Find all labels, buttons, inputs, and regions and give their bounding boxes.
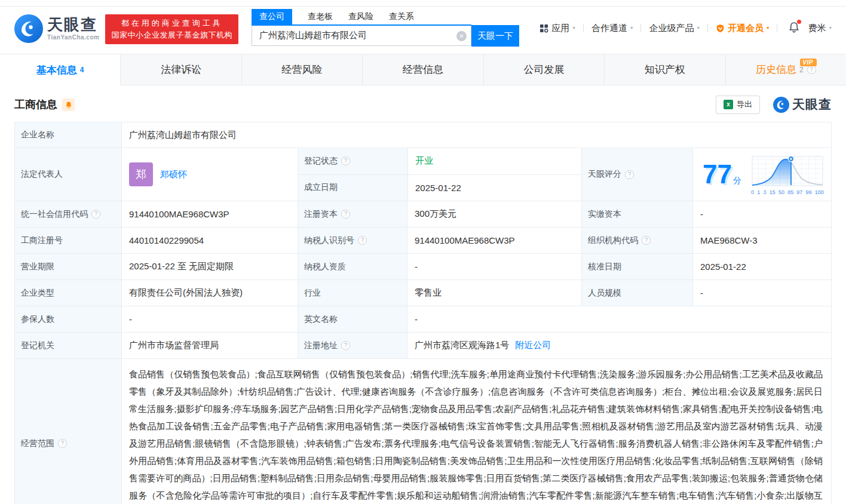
help-icon[interactable]: ? bbox=[341, 210, 350, 219]
table-row: 成立日期 2025-01-22 bbox=[298, 174, 581, 201]
brand-title: 天眼查 bbox=[792, 96, 832, 113]
search-tab-boss[interactable]: 查老板 bbox=[308, 9, 333, 24]
caret-down-icon: ▾ bbox=[630, 26, 633, 30]
org-code-label: 组织机构代码 bbox=[588, 235, 638, 246]
monitor-bell-button[interactable] bbox=[62, 99, 75, 111]
caret-down-icon: ▾ bbox=[767, 26, 770, 30]
help-icon[interactable]: ? bbox=[91, 210, 100, 219]
nav-enterprise-label: 企业级产品 bbox=[649, 23, 694, 34]
nav-enterprise[interactable]: 企业级产品 ▾ bbox=[649, 23, 700, 34]
company-type-label: 企业类型 bbox=[15, 280, 121, 306]
banner-line2: 国家中小企业发展子基金旗下机构 bbox=[111, 29, 232, 41]
nav-user[interactable]: 费米 ▾ bbox=[808, 23, 832, 34]
credit-code-label: 统一社会信用代码 bbox=[21, 209, 88, 220]
app-grid-icon bbox=[540, 24, 548, 33]
tab-basic-count: 4 bbox=[80, 66, 84, 74]
help-icon[interactable]: ? bbox=[358, 236, 367, 245]
paid-capital-label: 实缴资本 bbox=[581, 201, 692, 227]
reg-capital-value: 300万美元 bbox=[407, 201, 581, 227]
watermark-brand: 天眼查 bbox=[773, 96, 832, 113]
legal-rep-label: 法定代表人 bbox=[15, 148, 121, 201]
excel-icon: x bbox=[724, 100, 733, 109]
help-icon[interactable]: ? bbox=[807, 65, 816, 74]
help-icon[interactable]: ? bbox=[341, 156, 350, 165]
caret-down-icon: ▾ bbox=[829, 26, 832, 30]
org-code-value: MAE968CW-3 bbox=[692, 228, 831, 253]
legal-rep-name-link[interactable]: 郑硕怀 bbox=[160, 169, 187, 180]
notifications-bell[interactable] bbox=[789, 21, 799, 35]
table-row: 营业期限 2025-01-22 至 无固定期限 纳税人资质 - 核准日期 202… bbox=[15, 254, 831, 280]
nav-member-label: 开通会员 bbox=[728, 23, 764, 34]
tab-ip-label: 知识产权 bbox=[645, 63, 685, 76]
search-tab-relation[interactable]: 查关系 bbox=[389, 9, 414, 24]
nearby-companies-link[interactable]: 附近公司 bbox=[515, 340, 551, 351]
tab-company-development[interactable]: 公司发展 bbox=[484, 54, 605, 85]
insured-count-label: 参保人数 bbox=[15, 306, 121, 332]
table-row: 法定代表人 郑 郑硕怀 登记状态 ? 开业 成立日期 2025-01-22 天眼… bbox=[15, 148, 831, 201]
search-block: 查公司 查老板 查风险 查关系 ✕ 天眼一下 bbox=[252, 9, 519, 47]
help-icon[interactable]: ? bbox=[341, 341, 350, 350]
table-row: 统一社会信用代码 ? 91440100MAE968CW3P 注册资本 ? 300… bbox=[15, 201, 831, 228]
nav-channel-label: 合作通道 bbox=[591, 23, 627, 34]
nav-open-membership[interactable]: 开通会员 ▾ bbox=[716, 23, 770, 34]
tab-basic-info[interactable]: 基本信息 4 bbox=[0, 54, 121, 85]
tab-legal[interactable]: 法律诉讼 bbox=[121, 54, 241, 85]
insured-count-value: - bbox=[121, 306, 298, 332]
tab-history-count: 2 bbox=[799, 66, 804, 74]
taxpayer-id-label: 纳税人识别号 bbox=[304, 235, 354, 246]
tianyancha-swirl-icon bbox=[14, 14, 43, 43]
nav-user-label: 费米 bbox=[808, 23, 826, 34]
tianyancha-swirl-icon bbox=[773, 97, 789, 113]
paid-capital-value: - bbox=[692, 201, 831, 227]
table-row: 工商注册号 440101402299054 纳税人识别号 ? 91440100M… bbox=[15, 228, 831, 254]
page-top-divider bbox=[0, 6, 846, 7]
company-type-value: 有限责任公司(外国法人独资) bbox=[121, 280, 298, 306]
tab-operating-info[interactable]: 经营信息 bbox=[363, 54, 483, 85]
search-tab-company[interactable]: 查公司 bbox=[252, 9, 292, 24]
nav-apps[interactable]: 应用 ▾ bbox=[540, 23, 575, 34]
tab-operating-risk[interactable]: 经营风险 bbox=[242, 54, 363, 85]
company-name-value: 广州荔湾山姆超市有限公司 bbox=[121, 122, 831, 147]
tab-development-label: 公司发展 bbox=[523, 63, 564, 76]
search-input[interactable] bbox=[252, 26, 471, 46]
divider bbox=[583, 24, 584, 32]
search-button[interactable]: 天眼一下 bbox=[471, 25, 519, 47]
score-cell: 77分 bbox=[692, 148, 831, 201]
reg-status-value: 开业 bbox=[407, 148, 581, 174]
logo-title: 天眼查 bbox=[47, 17, 99, 32]
establish-date-value: 2025-01-22 bbox=[407, 175, 581, 201]
english-name-label: 英文名称 bbox=[298, 306, 407, 332]
banner-line1: 都在用的商业查询工具 bbox=[111, 17, 232, 29]
promo-banner: 都在用的商业查询工具 国家中小企业发展子基金旗下机构 bbox=[105, 14, 238, 44]
reg-authority-label: 登记机关 bbox=[15, 333, 121, 358]
search-tab-risk[interactable]: 查风险 bbox=[348, 9, 373, 24]
clear-search-icon[interactable]: ✕ bbox=[456, 31, 467, 41]
company-page-tabs: 基本信息 4 法律诉讼 经营风险 经营信息 公司发展 知识产权 历史信息 2 ?… bbox=[0, 54, 846, 85]
reg-number-value: 440101402299054 bbox=[121, 228, 298, 253]
english-name-value: - bbox=[407, 306, 831, 332]
approval-date-value: 2025-01-22 bbox=[692, 254, 831, 279]
notification-dot bbox=[797, 20, 801, 24]
help-icon[interactable]: ? bbox=[58, 439, 67, 448]
divider bbox=[640, 24, 641, 32]
nav-channel[interactable]: 合作通道 ▾ bbox=[591, 23, 633, 34]
tab-history-info[interactable]: 历史信息 2 ? VIP bbox=[726, 54, 846, 85]
help-icon[interactable]: ? bbox=[625, 170, 634, 179]
score-axis-labels: 0 1 3 15 50 85 97 99 100 bbox=[751, 189, 824, 195]
tab-intellectual-property[interactable]: 知识产权 bbox=[605, 54, 725, 85]
reg-address-value: 广州市荔湾区观海路1号 bbox=[415, 340, 509, 351]
score-label: 天眼评分 bbox=[588, 169, 621, 180]
company-name-label: 企业名称 bbox=[15, 122, 121, 147]
table-row: 经营范围 ? 食品销售（仅销售预包装食品）;食品互联网销售（仅销售预包装食品）;… bbox=[15, 359, 831, 504]
tab-risk-label: 经营风险 bbox=[282, 63, 323, 76]
tianyancha-logo[interactable]: 天眼查 TianYanCha.com bbox=[14, 14, 99, 43]
staff-size-label: 人员规模 bbox=[581, 280, 692, 306]
business-term-value: 2025-01-22 至 无固定期限 bbox=[121, 254, 298, 279]
credit-code-value: 91440100MAE968CW3P bbox=[121, 201, 298, 227]
help-icon[interactable]: ? bbox=[642, 236, 651, 245]
legal-rep-avatar[interactable]: 郑 bbox=[129, 162, 153, 186]
export-button[interactable]: x 导出 bbox=[716, 96, 760, 114]
caret-down-icon: ▾ bbox=[572, 26, 575, 30]
table-row: 参保人数 - 英文名称 - bbox=[15, 306, 831, 333]
logo-subtitle: TianYanCha.com bbox=[47, 34, 99, 41]
